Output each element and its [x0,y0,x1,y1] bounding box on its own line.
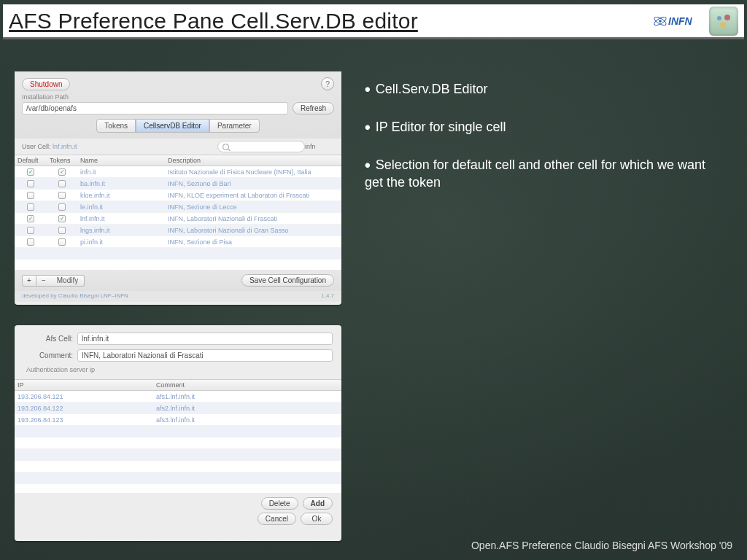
table-toolbar: + − Modify Save Cell Configuration [15,270,341,291]
tokens-checkbox[interactable] [58,227,66,234]
tokens-checkbox[interactable] [58,203,66,211]
cellservdb-editor-panel: Shutdown ? Installation Path /var/db/ope… [15,71,341,305]
remove-cell-button[interactable]: − [36,275,51,287]
default-checkbox[interactable] [27,192,34,199]
modify-cell-button[interactable]: Modify [51,275,85,287]
install-path-field[interactable]: /var/db/openafs [22,102,288,114]
th-desc: Description [165,155,341,166]
default-checkbox[interactable] [27,238,34,246]
bullet-2-text: IP Editor for single cell [376,120,506,134]
bullet-1: • Cell.Serv.DB Editor [365,80,715,99]
slide-title: AFS Preference Pane Cell.Serv.DB editor [9,9,418,34]
default-checkbox[interactable] [27,203,34,211]
default-checkbox[interactable] [27,180,34,187]
logos: INFN [652,7,738,36]
dev-line: developed by Claudio Bisegni LNF–INFN 1.… [15,291,341,302]
refresh-button[interactable]: Refresh [293,102,334,114]
ip-cell: 193.206.84.121 [15,392,153,402]
add-cell-button[interactable]: + [22,275,36,287]
tokens-checkbox[interactable] [58,180,66,187]
cell-name: le.infn.it [77,202,165,212]
title-bar: AFS Preference Pane Cell.Serv.DB editor … [3,4,744,39]
ip-table-header: IP Comment [15,379,341,391]
cell-name: lnf.infn.it [77,214,165,224]
ip-editor-panel: Afs Cell: lnf.infn.it Comment: INFN, Lab… [15,325,341,541]
ip-comment: afs3.lnf.infn.it [153,415,341,425]
cell-desc: INFN, Laboratori Nazionali di Gran Sasso [165,225,341,236]
table-row[interactable]: le.infn.itINFN, Sezione di Lecce [15,201,341,213]
cell-desc: INFN, Sezione di Bari [165,179,341,189]
default-checkbox[interactable] [27,227,34,234]
user-cell-value: lnf.infn.it [53,143,77,150]
svg-point-3 [717,16,721,20]
bullet-1-text: Cell.Serv.DB Editor [376,82,488,96]
cell-desc: INFN, Sezione di Pisa [165,237,341,247]
footer-text: Open.AFS Preference Claudio Bisegni AFS … [471,540,732,551]
table-row[interactable]: 193.206.84.123afs3.lnf.infn.it [15,414,341,426]
ip-comment: afs1.lnf.infn.it [153,392,341,402]
user-cell-row: User Cell: lnf.infn.it infn [15,139,341,155]
tab-tokens[interactable]: Tokens [96,119,136,133]
cell-name: ba.infn.it [77,179,165,189]
bullet-2: • IP Editor for single cell [365,118,715,137]
afs-cell-field[interactable]: lnf.infn.it [77,332,333,345]
tab-cellservdb[interactable]: CellservDB Editor [136,119,209,133]
table-row[interactable]: 193.206.84.122afs2.lnf.infn.it [15,402,341,414]
svg-point-5 [720,22,726,28]
table-row[interactable]: kloe.infn.itINFN, KLOE experiment at Lab… [15,190,341,201]
tab-bar: Tokens CellservDB Editor Parameter [22,119,334,133]
tokens-checkbox[interactable] [58,192,66,199]
table-row[interactable]: ✓✓lnf.infn.itINFN, Laboratori Nazionali … [15,213,341,225]
table-row[interactable]: ba.infn.itINFN, Sezione di Bari [15,178,341,190]
cells-table-header: Default Tokens Name Description [15,155,341,166]
table-row[interactable]: 193.206.84.121afs1.lnf.infn.it [15,391,341,402]
cell-desc: INFN, KLOE experiment at Laboratori di F… [165,190,341,201]
th-name: Name [77,155,165,166]
th-comment: Comment [153,380,341,390]
help-icon[interactable]: ? [321,77,334,90]
table-row[interactable]: ✓✓infn.itIstituto Nazionale di Fisica Nu… [15,166,341,178]
default-checkbox[interactable]: ✓ [27,168,34,176]
table-row[interactable]: lngs.infn.itINFN, Laboratori Nazionali d… [15,225,341,236]
save-config-button[interactable]: Save Cell Configuration [241,274,334,287]
version-text: 1.4.7 [321,292,334,299]
afs-cell-label: Afs Cell: [23,335,73,343]
ip-table-body: 193.206.84.121afs1.lnf.infn.it193.206.84… [15,391,341,493]
tokens-checkbox[interactable]: ✓ [58,168,66,176]
cell-name: pi.infn.it [77,237,165,247]
ok-button[interactable]: Ok [301,513,333,525]
ip-cell: 193.206.84.122 [15,403,153,413]
cells-table-body: ✓✓infn.itIstituto Nazionale di Fisica Nu… [15,166,341,270]
dev-text: developed by Claudio Bisegni LNF–INFN [22,292,128,299]
infn-logo-text: INFN [668,15,692,27]
search-input[interactable] [217,141,305,152]
tokens-checkbox[interactable]: ✓ [58,215,66,222]
install-path-label: Installation Path [22,93,334,101]
bullet-3-text: Selection for default cell and other cel… [365,158,705,190]
search-icon [222,144,229,150]
delete-button[interactable]: Delete [261,497,298,510]
cell-desc: Istituto Nazionale di Fisica Nucleare (I… [165,167,341,177]
th-default: Default [15,155,47,166]
comment-label: Comment: [23,351,73,359]
comment-field[interactable]: INFN, Laboratori Nazionali di Frascati [77,349,333,362]
cell-name: lngs.infn.it [77,225,165,236]
add-button[interactable]: Add [303,497,333,510]
auth-server-section-label: Authentication server ip [23,366,333,375]
shutdown-button[interactable]: Shutdown [22,78,70,90]
table-row[interactable]: pi.infn.itINFN, Sezione di Pisa [15,236,341,248]
svg-point-2 [659,20,662,23]
tokens-checkbox[interactable] [58,238,66,246]
bullet-3: • Selection for default cell and other c… [365,156,715,190]
cancel-button[interactable]: Cancel [258,513,296,525]
default-checkbox[interactable]: ✓ [27,215,34,222]
infn-logo: INFN [652,10,703,32]
cell-desc: INFN, Sezione di Lecce [165,202,341,212]
tab-parameter[interactable]: Parameter [209,119,260,133]
ip-comment: afs2.lnf.infn.it [153,403,341,413]
search-hint: infn [305,143,334,150]
bullet-list: • Cell.Serv.DB Editor • IP Editor for si… [365,80,715,209]
th-tokens: Tokens [47,155,77,166]
cell-name: kloe.infn.it [77,190,165,201]
th-ip: IP [15,380,153,390]
